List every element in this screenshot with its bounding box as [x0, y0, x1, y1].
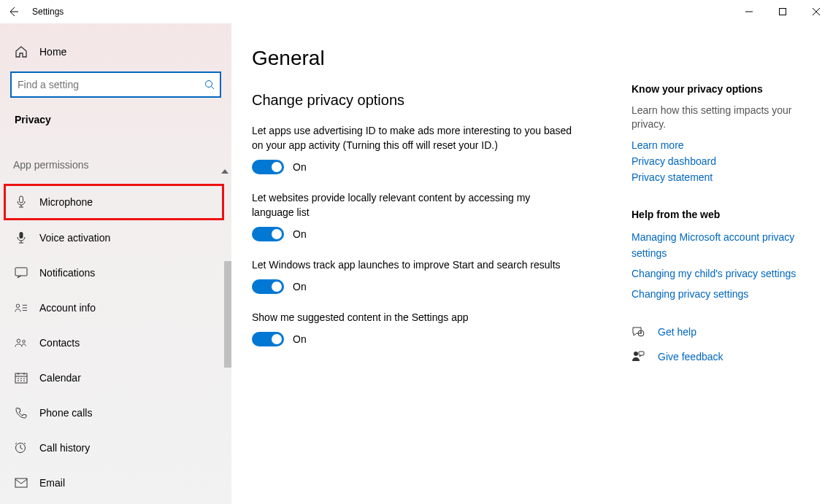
option-desc: Let websites provide locally relevant co…: [252, 190, 573, 220]
account-info-icon: [15, 301, 28, 314]
sidebar-item-label: Phone calls: [39, 407, 92, 419]
toggle-advertising-id[interactable]: [252, 160, 284, 174]
link-give-feedback[interactable]: Give feedback: [632, 350, 811, 363]
contacts-icon: [15, 336, 28, 349]
sidebar-item-account-info[interactable]: Account info: [0, 290, 231, 325]
sidebar-item-calendar[interactable]: Calendar: [0, 360, 231, 395]
link-privacy-dashboard[interactable]: Privacy dashboard: [632, 153, 811, 169]
option-track-launches: Let Windows track app launches to improv…: [252, 257, 617, 294]
email-icon: [15, 476, 28, 489]
svg-point-1: [206, 81, 212, 88]
link-learn-more[interactable]: Learn more: [632, 137, 811, 153]
section-title: Change privacy options: [252, 92, 617, 109]
sidebar-section: App permissions: [0, 130, 231, 175]
svg-rect-4: [15, 268, 27, 276]
sidebar-item-label: Account info: [39, 302, 96, 314]
get-help-label: Get help: [658, 326, 696, 338]
window-title: Settings: [32, 7, 64, 17]
toggle-state: On: [293, 333, 307, 345]
sidebar-item-call-history[interactable]: Call history: [0, 430, 231, 465]
sidebar-item-notifications[interactable]: Notifications: [0, 255, 231, 290]
scroll-up-chevron[interactable]: [221, 169, 229, 174]
sidebar-home-label: Home: [39, 46, 66, 58]
sidebar: Home Privacy App permissions Microphone: [0, 23, 231, 504]
toggle-state: On: [293, 161, 307, 173]
sidebar-item-label: Email: [39, 477, 65, 489]
sidebar-category: Privacy: [0, 98, 231, 130]
svg-point-5: [16, 304, 20, 308]
svg-rect-0: [780, 9, 786, 15]
sidebar-item-label: Notifications: [39, 267, 95, 279]
sidebar-item-contacts[interactable]: Contacts: [0, 325, 231, 360]
back-button[interactable]: [6, 4, 20, 19]
link-privacy-statement[interactable]: Privacy statement: [632, 169, 811, 185]
search-input[interactable]: [12, 79, 199, 90]
svg-point-6: [17, 339, 20, 343]
option-advertising-id: Let apps use advertising ID to make ads …: [252, 123, 617, 174]
svg-rect-13: [639, 352, 644, 355]
svg-point-7: [23, 340, 26, 343]
sidebar-item-label: Calendar: [39, 372, 81, 384]
link-help-0[interactable]: Managing Microsoft account privacy setti…: [632, 229, 811, 261]
option-language-list: Let websites provide locally relevant co…: [252, 190, 617, 241]
home-icon: [15, 45, 28, 58]
aside-know-desc: Learn how this setting impacts your priv…: [632, 104, 811, 131]
svg-point-12: [634, 352, 638, 356]
minimize-button[interactable]: [732, 0, 766, 23]
option-desc: Show me suggested content in the Setting…: [252, 310, 573, 325]
main-content: General Change privacy options Let apps …: [252, 47, 617, 504]
voice-icon: [15, 231, 28, 244]
option-suggested-content: Show me suggested content in the Setting…: [252, 310, 617, 346]
search-icon[interactable]: [199, 80, 220, 90]
page-title: General: [252, 47, 617, 70]
sidebar-item-label: Contacts: [39, 337, 80, 349]
aside: Know your privacy options Learn how this…: [617, 47, 833, 504]
sidebar-item-label: Microphone: [39, 196, 93, 208]
maximize-button[interactable]: [766, 0, 799, 23]
svg-rect-10: [15, 478, 27, 487]
sidebar-home[interactable]: Home: [0, 36, 231, 67]
feedback-label: Give feedback: [658, 351, 723, 363]
sidebar-item-phone-calls[interactable]: Phone calls: [0, 395, 231, 430]
sidebar-item-microphone[interactable]: Microphone: [4, 184, 224, 220]
link-help-2[interactable]: Changing privacy settings: [632, 286, 811, 302]
search-input-wrap[interactable]: [10, 71, 221, 98]
call-history-icon: [15, 441, 28, 454]
toggle-language-list[interactable]: [252, 227, 284, 241]
sidebar-item-label: Voice activation: [39, 232, 110, 244]
microphone-icon: [15, 195, 28, 209]
notifications-icon: [15, 266, 28, 279]
calendar-icon: [15, 371, 28, 384]
toggle-state: On: [293, 228, 307, 240]
toggle-track-launches[interactable]: [252, 279, 284, 294]
svg-rect-2: [20, 196, 23, 203]
link-help-1[interactable]: Changing my child's privacy settings: [632, 265, 811, 282]
toggle-suggested-content[interactable]: [252, 332, 284, 346]
phone-icon: [15, 406, 28, 419]
close-button[interactable]: [799, 0, 833, 23]
feedback-icon: [632, 350, 645, 363]
option-desc: Let apps use advertising ID to make ads …: [252, 123, 573, 152]
svg-rect-3: [20, 232, 23, 239]
aside-help-title: Help from the web: [632, 209, 811, 220]
sidebar-scrollbar[interactable]: [224, 261, 231, 368]
sidebar-item-label: Call history: [39, 442, 90, 454]
aside-know-title: Know your privacy options: [632, 83, 811, 95]
sidebar-item-email[interactable]: Email: [0, 465, 231, 500]
toggle-state: On: [293, 281, 307, 292]
link-get-help[interactable]: Get help: [632, 325, 811, 338]
option-desc: Let Windows track app launches to improv…: [252, 257, 573, 272]
titlebar: Settings: [0, 0, 833, 23]
help-icon: [632, 325, 645, 338]
sidebar-item-voice-activation[interactable]: Voice activation: [0, 220, 231, 255]
